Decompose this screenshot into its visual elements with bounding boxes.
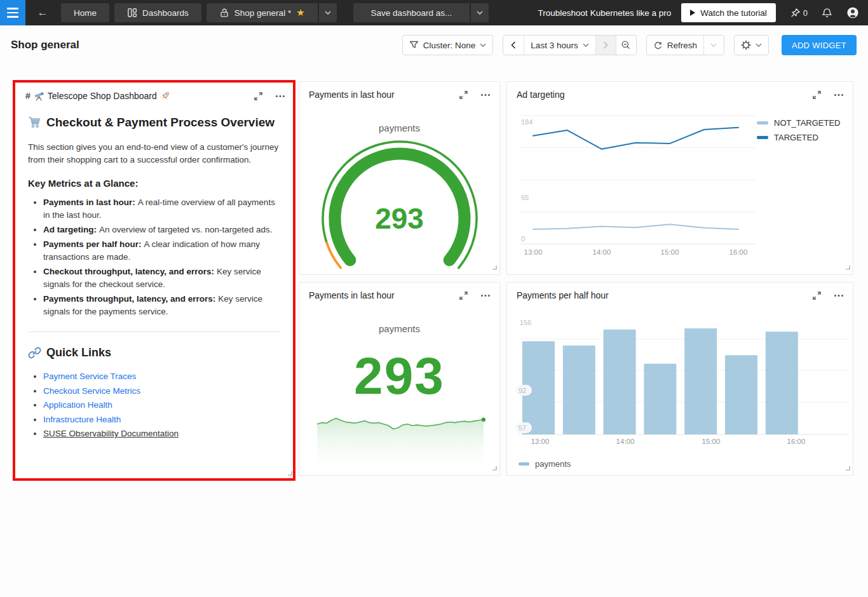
refresh-interval-caret[interactable]	[703, 36, 724, 55]
resize-handle[interactable]	[287, 467, 292, 478]
chart-legend: NOT_TARGETED TARGETED	[757, 118, 841, 142]
add-widget-button[interactable]: ADD WIDGET	[782, 35, 857, 55]
tab-shop-general-label: Shop general *	[234, 8, 291, 18]
widget-title: Ad targeting	[517, 90, 565, 100]
divider	[28, 332, 280, 332]
list-item: Infrastructure Health	[43, 413, 280, 427]
list-item: Checkout Service Metrics	[43, 384, 280, 399]
zoom-out-button[interactable]	[616, 36, 636, 55]
list-item: Payments in last hour:A real-time overvi…	[43, 196, 280, 222]
expand-icon[interactable]	[813, 292, 821, 300]
legend-label: payments	[535, 459, 571, 469]
link-payment-service-traces[interactable]: Payment Service Traces	[43, 372, 136, 381]
metric-label: payments	[299, 323, 499, 334]
refresh-control: Refresh	[646, 35, 724, 55]
markdown-heading-text: Checkout & Payment Process Overview	[46, 116, 275, 130]
gauge-value: 293	[299, 201, 499, 236]
resize-handle[interactable]	[845, 261, 850, 272]
number-value: 293	[299, 346, 499, 406]
chevron-right-icon	[603, 41, 608, 49]
y-tick: 65	[521, 194, 529, 201]
legend-item-targeted[interactable]: TARGETED	[757, 133, 841, 142]
chevron-down-icon	[756, 43, 762, 47]
metrics-heading: Key Metrics at a Glance:	[28, 178, 280, 189]
refresh-button[interactable]: Refresh	[647, 36, 703, 55]
expand-icon[interactable]	[459, 91, 468, 99]
y-tick: 184	[521, 118, 532, 126]
time-back-button[interactable]	[503, 36, 524, 55]
legend-label: TARGETED	[774, 133, 818, 142]
user-menu[interactable]	[846, 6, 859, 19]
bell-icon	[822, 8, 832, 18]
markdown-widget-highlight: # Telescope Shop Dashboard Checkout & Pa…	[13, 80, 295, 481]
quick-links-list: Payment Service Traces Checkout Service …	[43, 370, 280, 441]
x-tick: 16:00	[729, 248, 748, 256]
resize-handle[interactable]	[492, 462, 497, 473]
gridlines	[520, 116, 756, 244]
list-item: Checkout throughput, latency, and errors…	[43, 265, 280, 291]
hamburger-menu-icon[interactable]	[0, 0, 25, 25]
ad-targeting-widget: Ad targeting 184 65 0 13:00 14:00 15:00 …	[506, 81, 853, 275]
save-dashboard-caret[interactable]	[471, 3, 489, 22]
pin-counter[interactable]: 0	[790, 8, 808, 18]
tab-shop-general[interactable]: Shop general * ★	[207, 3, 318, 22]
quick-links-heading: Quick Links	[28, 346, 280, 359]
link-checkout-service-metrics[interactable]: Checkout Service Metrics	[43, 386, 140, 396]
y-tick: 156	[520, 319, 531, 326]
more-menu-icon[interactable]	[834, 91, 844, 99]
pin-icon	[790, 8, 801, 18]
expand-icon[interactable]	[459, 292, 468, 300]
markdown-heading: Checkout & Payment Process Overview	[28, 116, 280, 130]
tab-dashboards[interactable]: Dashboards	[114, 3, 201, 22]
dashboard-tabs: Home Dashboards Shop general * ★	[61, 3, 337, 22]
refresh-label: Refresh	[667, 41, 697, 50]
favorite-star-icon[interactable]: ★	[296, 7, 304, 18]
chevron-down-icon	[480, 43, 486, 47]
time-range-label: Last 3 hours	[531, 41, 578, 50]
gear-icon	[741, 40, 751, 50]
avatar-icon	[846, 6, 859, 19]
expand-icon[interactable]	[254, 92, 262, 100]
time-forward-button[interactable]	[595, 36, 616, 55]
legend-item-payments[interactable]: payments	[519, 459, 571, 469]
x-tick: 13:00	[531, 438, 550, 445]
payments-number-widget: Payments in last hour payments 293	[299, 282, 500, 476]
expand-icon[interactable]	[813, 91, 821, 99]
dashboards-icon	[127, 8, 137, 18]
more-menu-icon[interactable]	[275, 92, 285, 100]
link-icon	[28, 346, 41, 359]
legend-swatch	[757, 121, 768, 124]
legend-label: NOT_TARGETED	[774, 118, 841, 128]
link-suse-observability-documentation[interactable]: SUSE Observability Documentation	[43, 429, 179, 438]
notifications[interactable]	[822, 8, 832, 18]
navbar-right: Troubleshoot Kubernetes like a pro Watch…	[538, 3, 868, 22]
page-title: Shop general	[11, 39, 79, 51]
resize-handle[interactable]	[845, 462, 850, 473]
chevron-down-icon	[583, 43, 589, 47]
legend-item-not-targeted[interactable]: NOT_TARGETED	[757, 118, 841, 128]
y-tick: 92	[519, 387, 526, 394]
save-dashboard-button[interactable]: Save dashboard as...	[353, 3, 470, 22]
time-range-selector[interactable]: Last 3 hours	[524, 36, 595, 55]
settings-control[interactable]	[734, 35, 769, 55]
chevron-down-icon	[477, 11, 483, 15]
payments-bar-widget: Payments per half hour 156 92 57 13:00 1…	[506, 282, 853, 476]
cluster-filter[interactable]: Cluster: None	[402, 35, 494, 55]
markdown-widget: # Telescope Shop Dashboard Checkout & Pa…	[15, 83, 293, 441]
more-menu-icon[interactable]	[480, 292, 491, 300]
chevron-down-icon	[325, 11, 331, 15]
more-menu-icon[interactable]	[834, 292, 844, 300]
link-application-health[interactable]: Application Health	[43, 400, 112, 410]
tab-home[interactable]: Home	[61, 3, 109, 22]
list-item: SUSE Observability Documentation	[43, 427, 280, 441]
y-tick: 57	[519, 424, 526, 432]
link-infrastructure-health[interactable]: Infrastructure Health	[43, 415, 121, 424]
tab-shop-general-group: Shop general * ★	[207, 3, 337, 22]
save-dashboard-group: Save dashboard as...	[353, 3, 489, 22]
resize-handle[interactable]	[492, 261, 497, 272]
cluster-filter-label: Cluster: None	[423, 41, 476, 50]
more-menu-icon[interactable]	[480, 91, 491, 99]
tab-shop-general-caret[interactable]	[319, 3, 337, 22]
back-arrow-icon[interactable]: ←	[33, 3, 52, 22]
watch-tutorial-button[interactable]: Watch the tutorial	[681, 3, 776, 22]
